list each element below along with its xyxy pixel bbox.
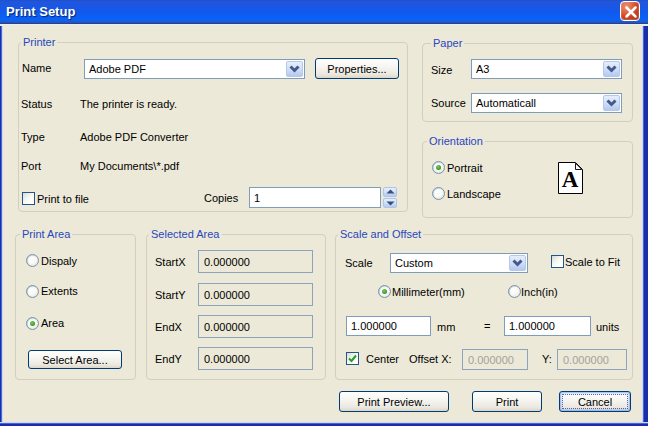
svg-text:A: A [562,167,579,192]
